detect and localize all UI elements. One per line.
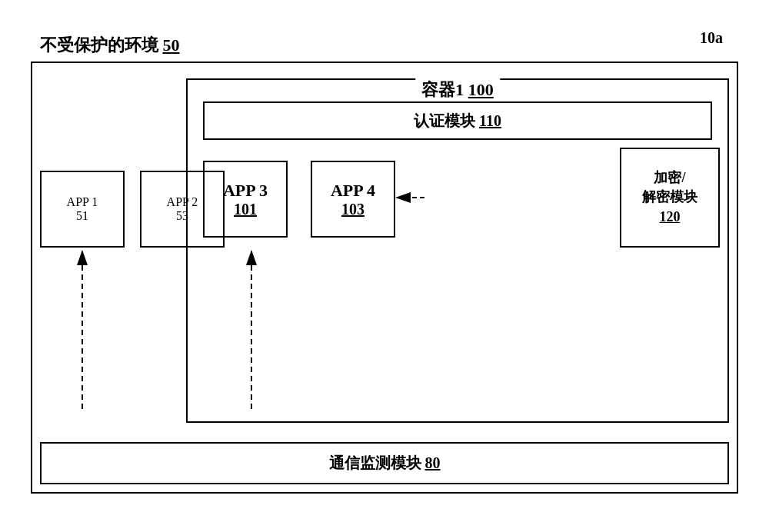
app4-num: 103 <box>341 201 365 218</box>
comm-module-box: 通信监测模块 80 <box>40 442 729 484</box>
enc-module-label: 加密/ 解密模块 120 <box>642 168 697 227</box>
container-label: 容器1 100 <box>415 78 500 101</box>
app2-box: APP 2 53 <box>140 171 225 248</box>
app3-name: APP 3 <box>223 181 268 201</box>
diagram-id-label: 10a <box>700 29 723 47</box>
app1-box: APP 1 51 <box>40 171 125 248</box>
app4-name: APP 4 <box>331 181 375 201</box>
diagram-wrapper: 10a 不受保护的环境 50 容器1 100 认证模块 110 APP 3 10… <box>15 23 754 509</box>
app3-num: 101 <box>234 201 257 218</box>
auth-module-box: 认证模块 110 <box>203 101 712 140</box>
auth-module-label: 认证模块 110 <box>414 111 501 131</box>
container-box: 容器1 100 认证模块 110 APP 3 101 APP 4 103 <box>186 78 729 423</box>
app1-name: APP 1 <box>67 195 98 209</box>
environment-label: 不受保护的环境 50 <box>40 34 180 57</box>
environment-box: 不受保护的环境 50 容器1 100 认证模块 110 APP 3 101 AP… <box>31 62 738 494</box>
app4-box: APP 4 103 <box>311 161 395 238</box>
enc-module-box: 加密/ 解密模块 120 <box>620 148 720 248</box>
comm-module-label: 通信监测模块 80 <box>329 453 441 474</box>
app2-name: APP 2 <box>167 195 198 209</box>
app1-num: 51 <box>76 209 88 223</box>
app2-num: 53 <box>176 209 188 223</box>
